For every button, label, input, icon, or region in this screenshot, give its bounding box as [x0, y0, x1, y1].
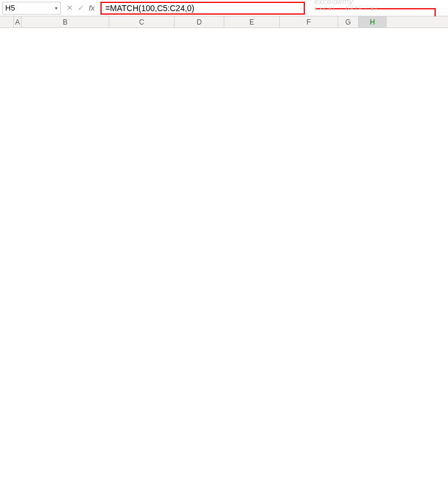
watermark-sub: EXCEL · DATA · BI	[314, 6, 378, 12]
name-box-dropdown-icon[interactable]: ▾	[55, 5, 58, 11]
watermark: exceldemy EXCEL · DATA · BI	[314, 0, 378, 12]
column-headers: A B C D E F G H	[0, 16, 448, 28]
enter-icon[interactable]: ✓	[78, 4, 84, 12]
name-box-value: H5	[5, 4, 15, 12]
worksheet[interactable]: A B C D E F G H 123456789101112131415161…	[0, 16, 448, 28]
col-header-f[interactable]: F	[280, 16, 338, 27]
name-box[interactable]: H5 ▾	[2, 2, 61, 15]
formula-input[interactable]	[100, 2, 305, 15]
col-header-a[interactable]: A	[14, 16, 22, 27]
col-header-c[interactable]: C	[109, 16, 175, 27]
col-header-h[interactable]: H	[359, 16, 387, 27]
formula-bar-icons: ✕ ✓ fx	[63, 4, 98, 12]
cancel-icon[interactable]: ✕	[67, 4, 73, 12]
select-all-corner[interactable]	[0, 16, 14, 27]
col-header-b[interactable]: B	[22, 16, 109, 27]
col-header-e[interactable]: E	[224, 16, 280, 27]
col-header-d[interactable]: D	[175, 16, 224, 27]
col-header-g[interactable]: G	[338, 16, 359, 27]
watermark-text: exceldemy	[314, 0, 353, 6]
fx-icon[interactable]: fx	[89, 4, 95, 12]
